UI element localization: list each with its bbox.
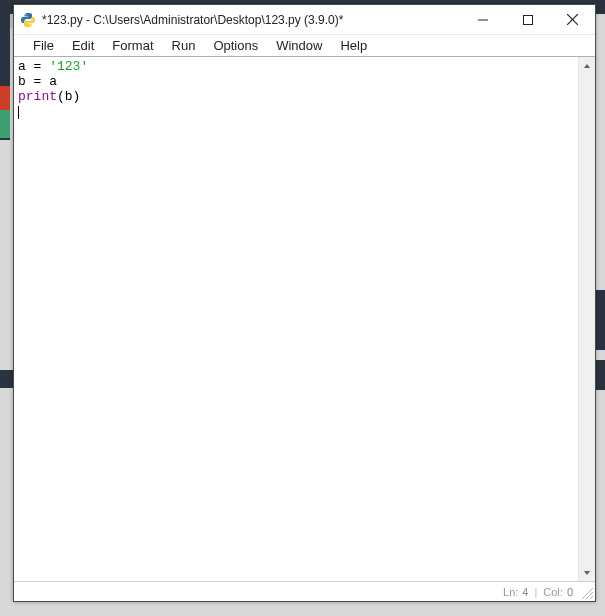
vertical-scrollbar[interactable] — [578, 57, 595, 581]
menu-edit[interactable]: Edit — [63, 36, 103, 55]
menu-options[interactable]: Options — [204, 36, 267, 55]
titlebar[interactable]: *123.py - C:\Users\Administrator\Desktop… — [14, 5, 595, 35]
menu-file[interactable]: File — [24, 36, 63, 55]
svg-line-7 — [586, 592, 593, 599]
menubar: File Edit Format Run Options Window Help — [14, 35, 595, 57]
editor-area: a = '123' b = a print(b) — [14, 57, 595, 581]
window-controls — [460, 5, 595, 34]
text-cursor — [18, 106, 19, 119]
idle-window: *123.py - C:\Users\Administrator\Desktop… — [13, 4, 596, 602]
builtin-fn: print — [18, 89, 57, 104]
statusbar: Ln: 4 | Col: 0 — [14, 581, 595, 601]
maximize-button[interactable] — [505, 5, 550, 34]
svg-point-0 — [25, 14, 26, 15]
python-icon — [20, 12, 36, 28]
menu-run[interactable]: Run — [163, 36, 205, 55]
code-editor[interactable]: a = '123' b = a print(b) — [14, 57, 578, 581]
svg-point-1 — [30, 24, 31, 25]
code-text: (b) — [57, 89, 80, 104]
svg-line-8 — [590, 596, 593, 599]
status-separator: | — [532, 586, 539, 598]
scroll-track[interactable] — [579, 74, 595, 564]
ln-label: Ln: — [503, 586, 518, 598]
menu-format[interactable]: Format — [103, 36, 162, 55]
scroll-down-button[interactable] — [579, 564, 595, 581]
col-label: Col: — [543, 586, 563, 598]
menu-help[interactable]: Help — [331, 36, 376, 55]
svg-rect-3 — [523, 15, 532, 24]
string-literal: '123' — [49, 59, 88, 74]
resize-grip-icon[interactable] — [578, 584, 594, 600]
window-title: *123.py - C:\Users\Administrator\Desktop… — [42, 13, 460, 27]
ln-value: 4 — [522, 586, 528, 598]
code-text: b = a — [18, 74, 57, 89]
scroll-up-button[interactable] — [579, 57, 595, 74]
minimize-button[interactable] — [460, 5, 505, 34]
code-text: a = — [18, 59, 49, 74]
menu-window[interactable]: Window — [267, 36, 331, 55]
close-button[interactable] — [550, 5, 595, 34]
col-value: 0 — [567, 586, 573, 598]
